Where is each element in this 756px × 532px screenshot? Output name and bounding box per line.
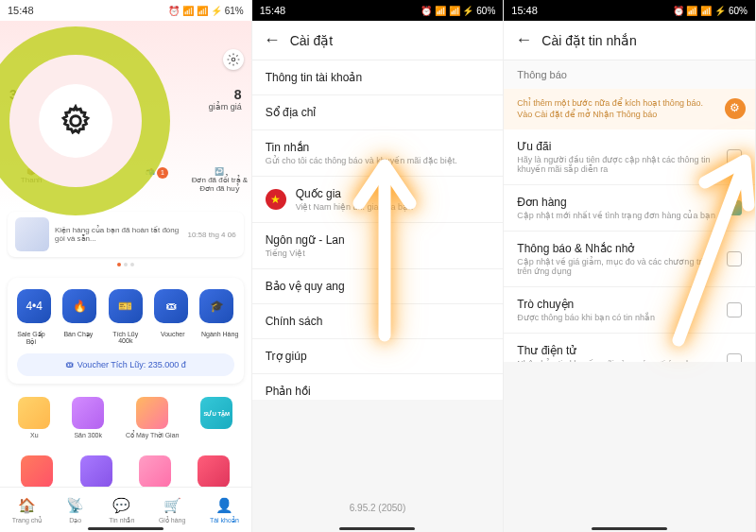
- home-indicator: [88, 527, 163, 530]
- screen-message-settings: 15:48 ⏰ 📶 📶 ⚡60% ← Cài đặt tin nhắn Thôn…: [504, 0, 756, 532]
- flag-icon: ★: [266, 189, 286, 210]
- status-icons: ⏰ 📶 📶 ⚡60%: [421, 6, 495, 16]
- back-button[interactable]: ←: [264, 30, 281, 50]
- shipment-card[interactable]: Kiện hàng của bạn đã hoàn tất đóng gói v…: [8, 212, 244, 257]
- reward-row: Xu Săn 300k Cổ Máy Thời Gian SƯU TẬM: [8, 397, 244, 439]
- tab-feed[interactable]: 📡Dạo: [66, 496, 85, 524]
- instruction-arrow: [342, 146, 427, 345]
- status-time: 15:48: [511, 5, 538, 16]
- appbar: ← Cài đặt: [252, 21, 504, 60]
- settings-button[interactable]: [223, 49, 244, 70]
- gear-icon: ⚙: [725, 98, 746, 119]
- gear-large-icon: [59, 104, 93, 138]
- appbar: ← Cài đặt tin nhắn: [504, 21, 755, 60]
- home-icon: 🏠: [17, 496, 36, 515]
- chat-icon: 💬: [112, 496, 131, 515]
- statusbar: 15:48 ⏰ 📶 📶 ⚡61%: [0, 0, 251, 21]
- carousel-dots: [117, 263, 134, 266]
- statusbar: 15:48 ⏰ 📶 📶 ⚡60%: [504, 0, 755, 21]
- tile-category[interactable]: 🎓: [199, 289, 233, 323]
- notification-banner[interactable]: Chỉ thêm một bước nữa để kích hoạt thông…: [504, 89, 755, 129]
- tile-voucher[interactable]: 🎟: [154, 289, 188, 323]
- quick-section: 4•4 🔥 🎫 🎟 🎓 Sale Gấp BộiBán ChạyTích Lũy…: [8, 278, 244, 384]
- voucher-icon: 🎟: [65, 360, 74, 369]
- tabbar: 🏠Trang chủ 📡Dạo 💬Tin nhắn 🛒Giỏ hàng 👤Tài…: [0, 487, 251, 532]
- home-indicator: [339, 527, 415, 530]
- appbar-title: Cài đặt: [290, 33, 334, 48]
- instruction-arrow: [650, 137, 756, 354]
- status-time: 15:48: [8, 5, 34, 16]
- card-time: 10:58 thg 4 06: [188, 231, 236, 239]
- status-icons: ⏰ 📶 📶 ⚡60%: [673, 6, 747, 16]
- tab-messages[interactable]: 💬Tin nhắn: [109, 496, 134, 524]
- feed-icon: 📡: [66, 496, 85, 515]
- cart-icon: 🛒: [163, 496, 181, 515]
- home-indicator: [592, 527, 667, 530]
- screen-account: 15:48 ⏰ 📶 📶 ⚡61% 39 8giảm giá 📦Thanh 🚚 📬…: [0, 0, 252, 532]
- voucher-pill[interactable]: 🎟 Voucher Tích Lũy: 235.000 đ: [17, 353, 234, 376]
- statusbar: 15:48 ⏰ 📶 📶 ⚡60%: [252, 0, 504, 21]
- status-time: 15:48: [260, 5, 286, 16]
- gear-icon: [227, 53, 240, 66]
- section-header: Thông báo: [504, 60, 755, 89]
- tile-hot[interactable]: 🔥: [62, 289, 96, 323]
- tab-cart[interactable]: 🛒Giỏ hàng: [159, 496, 186, 524]
- svg-point-0: [232, 58, 235, 61]
- reward-row2: [8, 455, 244, 490]
- status-icons: ⏰ 📶 📶 ⚡61%: [168, 6, 243, 16]
- svg-point-1: [71, 116, 81, 127]
- card-text: Kiện hàng của bạn đã hoàn tất đóng gói v…: [55, 226, 182, 243]
- screen-settings: 15:48 ⏰ 📶 📶 ⚡60% ← Cài đặt Thông tin tài…: [252, 0, 505, 532]
- item-address[interactable]: Sổ địa chỉ: [252, 95, 504, 130]
- back-button[interactable]: ←: [515, 30, 532, 50]
- version-label: 6.95.2 (2050): [252, 503, 504, 513]
- user-icon: 👤: [215, 496, 233, 515]
- package-thumb: [15, 217, 49, 251]
- tab-account[interactable]: 👤Tài khoản: [210, 496, 239, 524]
- item-account-info[interactable]: Thông tin tài khoản: [252, 60, 504, 95]
- tab-home[interactable]: 🏠Trang chủ: [12, 496, 42, 524]
- appbar-title: Cài đặt tin nhắn: [541, 33, 637, 48]
- tile-sale[interactable]: 4•4: [17, 289, 51, 323]
- tile-accumulate[interactable]: 🎫: [109, 289, 143, 323]
